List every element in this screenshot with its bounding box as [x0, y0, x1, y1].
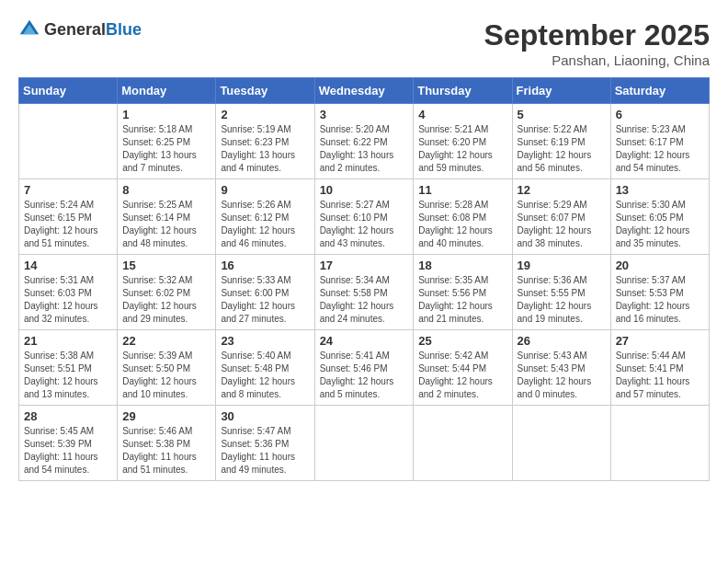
- day-info: Sunrise: 5:25 AMSunset: 6:14 PMDaylight:…: [122, 199, 210, 250]
- day-number: 3: [320, 108, 409, 121]
- table-row: 27Sunrise: 5:44 AMSunset: 5:41 PMDayligh…: [610, 330, 709, 406]
- table-row: [19, 104, 118, 179]
- day-info: Sunrise: 5:19 AMSunset: 6:23 PMDaylight:…: [221, 123, 309, 175]
- table-row: 18Sunrise: 5:35 AMSunset: 5:56 PMDayligh…: [414, 255, 512, 330]
- table-row: 20Sunrise: 5:37 AMSunset: 5:53 PMDayligh…: [610, 255, 709, 330]
- day-info: Sunrise: 5:41 AMSunset: 5:46 PMDaylight:…: [320, 350, 409, 401]
- table-row: [610, 406, 709, 481]
- table-row: 15Sunrise: 5:32 AMSunset: 6:02 PMDayligh…: [118, 255, 216, 330]
- table-row: 16Sunrise: 5:33 AMSunset: 6:00 PMDayligh…: [216, 255, 314, 330]
- day-info: Sunrise: 5:29 AMSunset: 6:07 PMDaylight:…: [518, 199, 606, 250]
- table-row: 19Sunrise: 5:36 AMSunset: 5:55 PMDayligh…: [512, 255, 610, 330]
- table-row: 6Sunrise: 5:23 AMSunset: 6:17 PMDaylight…: [610, 104, 709, 179]
- table-row: 9Sunrise: 5:26 AMSunset: 6:12 PMDaylight…: [216, 179, 314, 255]
- page-header: GeneralBlue September 2025 Panshan, Liao…: [18, 18, 710, 68]
- day-info: Sunrise: 5:33 AMSunset: 6:00 PMDaylight:…: [221, 274, 309, 326]
- logo-blue: Blue: [106, 20, 142, 39]
- table-row: 10Sunrise: 5:27 AMSunset: 6:10 PMDayligh…: [314, 179, 414, 255]
- header-thursday: Thursday: [414, 78, 512, 104]
- logo-general: General: [44, 20, 106, 39]
- day-info: Sunrise: 5:27 AMSunset: 6:10 PMDaylight:…: [320, 199, 409, 250]
- day-info: Sunrise: 5:18 AMSunset: 6:25 PMDaylight:…: [122, 123, 210, 175]
- table-row: 8Sunrise: 5:25 AMSunset: 6:14 PMDaylight…: [118, 179, 216, 255]
- day-number: 12: [518, 183, 606, 197]
- day-number: 11: [418, 183, 506, 197]
- table-row: 22Sunrise: 5:39 AMSunset: 5:50 PMDayligh…: [118, 330, 216, 406]
- day-info: Sunrise: 5:35 AMSunset: 5:56 PMDaylight:…: [418, 274, 506, 326]
- calendar-table: Sunday Monday Tuesday Wednesday Thursday…: [18, 77, 710, 481]
- day-info: Sunrise: 5:32 AMSunset: 6:02 PMDaylight:…: [122, 274, 210, 326]
- day-number: 23: [221, 334, 309, 348]
- day-info: Sunrise: 5:45 AMSunset: 5:39 PMDaylight:…: [24, 425, 112, 477]
- day-number: 1: [122, 108, 210, 121]
- table-row: 25Sunrise: 5:42 AMSunset: 5:44 PMDayligh…: [414, 330, 512, 406]
- day-info: Sunrise: 5:44 AMSunset: 5:41 PMDaylight:…: [616, 350, 704, 401]
- week-row-3: 14Sunrise: 5:31 AMSunset: 6:03 PMDayligh…: [19, 255, 710, 330]
- table-row: 17Sunrise: 5:34 AMSunset: 5:58 PMDayligh…: [314, 255, 414, 330]
- day-number: 8: [122, 183, 210, 197]
- table-row: [512, 406, 610, 481]
- day-info: Sunrise: 5:31 AMSunset: 6:03 PMDaylight:…: [24, 274, 112, 326]
- day-number: 17: [320, 259, 409, 272]
- table-row: 29Sunrise: 5:46 AMSunset: 5:38 PMDayligh…: [118, 406, 216, 481]
- day-number: 10: [320, 183, 409, 197]
- day-number: 4: [418, 108, 506, 121]
- day-info: Sunrise: 5:36 AMSunset: 5:55 PMDaylight:…: [518, 274, 606, 326]
- table-row: 28Sunrise: 5:45 AMSunset: 5:39 PMDayligh…: [19, 406, 118, 481]
- table-row: 3Sunrise: 5:20 AMSunset: 6:22 PMDaylight…: [314, 104, 414, 179]
- table-row: 21Sunrise: 5:38 AMSunset: 5:51 PMDayligh…: [19, 330, 118, 406]
- day-number: 19: [518, 259, 606, 272]
- table-row: 14Sunrise: 5:31 AMSunset: 6:03 PMDayligh…: [19, 255, 118, 330]
- day-info: Sunrise: 5:30 AMSunset: 6:05 PMDaylight:…: [616, 199, 704, 250]
- day-info: Sunrise: 5:23 AMSunset: 6:17 PMDaylight:…: [616, 123, 704, 175]
- day-info: Sunrise: 5:20 AMSunset: 6:22 PMDaylight:…: [320, 123, 409, 175]
- day-info: Sunrise: 5:40 AMSunset: 5:48 PMDaylight:…: [221, 350, 309, 401]
- day-info: Sunrise: 5:42 AMSunset: 5:44 PMDaylight:…: [418, 350, 506, 401]
- day-number: 30: [221, 409, 309, 423]
- table-row: 12Sunrise: 5:29 AMSunset: 6:07 PMDayligh…: [512, 179, 610, 255]
- day-info: Sunrise: 5:46 AMSunset: 5:38 PMDaylight:…: [122, 425, 210, 477]
- day-number: 26: [518, 334, 606, 348]
- table-row: 13Sunrise: 5:30 AMSunset: 6:05 PMDayligh…: [610, 179, 709, 255]
- header-friday: Friday: [512, 78, 610, 104]
- table-row: 4Sunrise: 5:21 AMSunset: 6:20 PMDaylight…: [414, 104, 512, 179]
- table-row: 7Sunrise: 5:24 AMSunset: 6:15 PMDaylight…: [19, 179, 118, 255]
- week-row-5: 28Sunrise: 5:45 AMSunset: 5:39 PMDayligh…: [19, 406, 710, 481]
- table-row: 1Sunrise: 5:18 AMSunset: 6:25 PMDaylight…: [118, 104, 216, 179]
- day-number: 16: [221, 259, 309, 272]
- day-info: Sunrise: 5:21 AMSunset: 6:20 PMDaylight:…: [418, 123, 506, 175]
- table-row: [314, 406, 414, 481]
- logo: GeneralBlue: [18, 18, 142, 40]
- day-number: 13: [616, 183, 704, 197]
- day-number: 21: [24, 334, 112, 348]
- day-info: Sunrise: 5:37 AMSunset: 5:53 PMDaylight:…: [616, 274, 704, 326]
- header-sunday: Sunday: [19, 78, 118, 104]
- header-monday: Monday: [118, 78, 216, 104]
- day-info: Sunrise: 5:39 AMSunset: 5:50 PMDaylight:…: [122, 350, 210, 401]
- day-number: 2: [221, 108, 309, 121]
- week-row-4: 21Sunrise: 5:38 AMSunset: 5:51 PMDayligh…: [19, 330, 710, 406]
- title-block: September 2025 Panshan, Liaoning, China: [484, 18, 710, 68]
- table-row: 11Sunrise: 5:28 AMSunset: 6:08 PMDayligh…: [414, 179, 512, 255]
- header-saturday: Saturday: [610, 78, 709, 104]
- day-number: 15: [122, 259, 210, 272]
- logo-icon: [18, 18, 40, 40]
- table-row: 26Sunrise: 5:43 AMSunset: 5:43 PMDayligh…: [512, 330, 610, 406]
- day-info: Sunrise: 5:22 AMSunset: 6:19 PMDaylight:…: [518, 123, 606, 175]
- table-row: 30Sunrise: 5:47 AMSunset: 5:36 PMDayligh…: [216, 406, 314, 481]
- table-row: 2Sunrise: 5:19 AMSunset: 6:23 PMDaylight…: [216, 104, 314, 179]
- day-number: 24: [320, 334, 409, 348]
- week-row-1: 1Sunrise: 5:18 AMSunset: 6:25 PMDaylight…: [19, 104, 710, 179]
- day-info: Sunrise: 5:38 AMSunset: 5:51 PMDaylight:…: [24, 350, 112, 401]
- day-number: 5: [518, 108, 606, 121]
- table-row: 5Sunrise: 5:22 AMSunset: 6:19 PMDaylight…: [512, 104, 610, 179]
- calendar-header-row: Sunday Monday Tuesday Wednesday Thursday…: [19, 78, 710, 104]
- day-number: 22: [122, 334, 210, 348]
- day-number: 20: [616, 259, 704, 272]
- table-row: 23Sunrise: 5:40 AMSunset: 5:48 PMDayligh…: [216, 330, 314, 406]
- day-number: 18: [418, 259, 506, 272]
- day-number: 7: [24, 183, 112, 197]
- week-row-2: 7Sunrise: 5:24 AMSunset: 6:15 PMDaylight…: [19, 179, 710, 255]
- day-number: 28: [24, 409, 112, 423]
- header-tuesday: Tuesday: [216, 78, 314, 104]
